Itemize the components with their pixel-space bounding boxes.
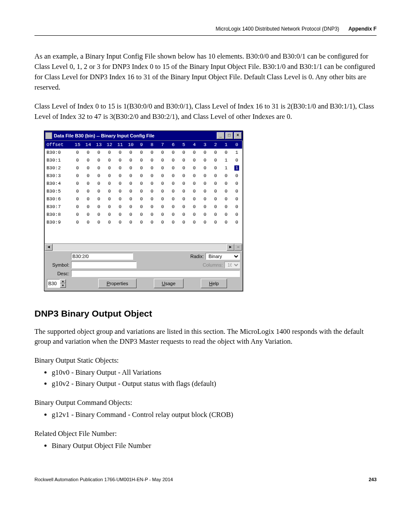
address-input[interactable] [71, 253, 133, 260]
bit-cell[interactable]: 0 [210, 203, 221, 211]
bit-cell[interactable]: 0 [157, 203, 168, 211]
bit-cell[interactable]: 0 [210, 195, 221, 203]
bit-cell[interactable]: 0 [136, 172, 147, 180]
bit-cell[interactable]: 0 [168, 156, 179, 164]
bit-cell[interactable]: 0 [115, 195, 125, 203]
bit-cell[interactable]: 0 [157, 172, 168, 180]
bit-cell[interactable]: 0 [72, 149, 83, 156]
bit-cell[interactable]: 0 [125, 218, 136, 226]
bit-cell[interactable]: 0 [115, 164, 125, 172]
bit-cell[interactable]: 0 [104, 195, 115, 203]
bit-cell[interactable]: 0 [83, 172, 93, 180]
spinner-up-icon[interactable]: ▲ [60, 279, 66, 283]
bit-cell[interactable]: 0 [147, 195, 158, 203]
bit-cell[interactable]: 0 [178, 211, 189, 218]
bit-cell[interactable]: 0 [189, 164, 200, 172]
bit-cell[interactable]: 0 [210, 149, 221, 156]
bit-cell[interactable]: 0 [147, 149, 158, 156]
bit-cell[interactable]: 0 [199, 211, 210, 218]
bit-cell[interactable]: 0 [104, 203, 115, 211]
bit-cell[interactable]: 0 [231, 211, 242, 218]
bit-cell[interactable]: 1 [221, 164, 232, 172]
bit-cell[interactable]: 0 [83, 195, 93, 203]
bit-cell[interactable]: 0 [178, 149, 189, 156]
bit-cell[interactable]: 0 [199, 218, 210, 226]
bit-cell[interactable]: 0 [136, 180, 147, 187]
bit-cell[interactable]: 0 [178, 187, 189, 195]
bit-cell[interactable]: 0 [147, 211, 158, 218]
bit-cell[interactable]: 1 [221, 156, 232, 164]
bit-cell[interactable]: 0 [189, 180, 200, 187]
spinner-down-icon[interactable]: ▼ [60, 283, 66, 288]
bit-cell[interactable]: 0 [72, 164, 83, 172]
bit-cell[interactable]: 0 [104, 172, 115, 180]
bit-cell[interactable]: 0 [210, 180, 221, 187]
bit-cell[interactable]: 0 [125, 172, 136, 180]
table-row[interactable]: B30:90000000000000000 [45, 218, 242, 226]
bit-cell[interactable]: 0 [104, 218, 115, 226]
bit-cell[interactable]: 0 [83, 187, 93, 195]
table-row[interactable]: B30:30000000000000000 [45, 172, 242, 180]
bit-cell[interactable]: 0 [72, 180, 83, 187]
bit-cell[interactable]: 0 [210, 156, 221, 164]
bit-cell[interactable]: 0 [72, 203, 83, 211]
bit-cell[interactable]: 0 [157, 187, 168, 195]
bit-cell[interactable]: 0 [231, 172, 242, 180]
bit-cell[interactable]: 0 [168, 172, 179, 180]
bit-cell[interactable]: 0 [147, 203, 158, 211]
bit-cell[interactable]: 0 [189, 211, 200, 218]
bit-cell[interactable]: 0 [221, 195, 232, 203]
bit-cell[interactable]: 0 [157, 211, 168, 218]
scroll-extra-icon[interactable]: – [234, 244, 242, 251]
bit-cell[interactable]: 0 [104, 187, 115, 195]
table-row[interactable]: B30:80000000000000000 [45, 211, 242, 218]
bit-cell[interactable]: 0 [178, 195, 189, 203]
bit-cell[interactable]: 0 [221, 203, 232, 211]
bit-cell[interactable]: 0 [115, 156, 125, 164]
bit-cell[interactable]: 0 [168, 164, 179, 172]
file-spinner-input[interactable] [47, 279, 60, 288]
bit-cell[interactable]: 0 [125, 195, 136, 203]
bit-cell[interactable]: 0 [115, 187, 125, 195]
bit-cell[interactable]: 0 [115, 172, 125, 180]
bit-cell[interactable]: 0 [189, 203, 200, 211]
bit-cell[interactable]: 0 [199, 164, 210, 172]
bit-cell[interactable]: 0 [189, 172, 200, 180]
table-row[interactable]: B30:60000000000000000 [45, 195, 242, 203]
symbol-input[interactable] [71, 261, 137, 268]
bit-cell[interactable]: 0 [125, 180, 136, 187]
bit-cell[interactable]: 0 [136, 203, 147, 211]
bit-cell[interactable]: 0 [93, 156, 104, 164]
bit-cell[interactable]: 0 [136, 187, 147, 195]
close-button[interactable]: × [234, 132, 242, 139]
bit-cell[interactable]: 0 [125, 164, 136, 172]
bit-cell[interactable]: 0 [72, 211, 83, 218]
bit-cell[interactable]: 0 [221, 149, 232, 156]
bit-cell[interactable]: 0 [157, 218, 168, 226]
bit-cell[interactable]: 0 [136, 149, 147, 156]
bit-cell[interactable]: 0 [168, 195, 179, 203]
bit-cell[interactable]: 0 [210, 218, 221, 226]
bit-cell[interactable]: 0 [115, 203, 125, 211]
bit-cell[interactable]: 0 [168, 187, 179, 195]
properties-button[interactable]: PPropertiesroperties [98, 279, 136, 288]
bit-cell[interactable]: 0 [231, 156, 242, 164]
bit-cell[interactable]: 0 [125, 187, 136, 195]
bit-cell[interactable]: 0 [93, 164, 104, 172]
bit-cell[interactable]: 0 [231, 187, 242, 195]
bit-cell[interactable]: 0 [93, 195, 104, 203]
bit-cell[interactable]: 0 [93, 211, 104, 218]
bit-cell[interactable]: 0 [83, 149, 93, 156]
scroll-right-icon[interactable]: ► [227, 244, 234, 251]
bit-cell[interactable]: 0 [221, 218, 232, 226]
bit-cell[interactable]: 0 [231, 218, 242, 226]
bit-cell[interactable]: 0 [231, 203, 242, 211]
bit-cell[interactable]: 0 [136, 211, 147, 218]
bit-cell[interactable]: 0 [83, 180, 93, 187]
bit-cell[interactable]: 0 [189, 218, 200, 226]
bit-cell[interactable]: 0 [104, 149, 115, 156]
bit-cell[interactable]: 0 [147, 187, 158, 195]
bit-cell[interactable]: 0 [93, 180, 104, 187]
bit-cell[interactable]: 0 [72, 195, 83, 203]
table-row[interactable]: B30:00000000000000001 [45, 149, 242, 156]
